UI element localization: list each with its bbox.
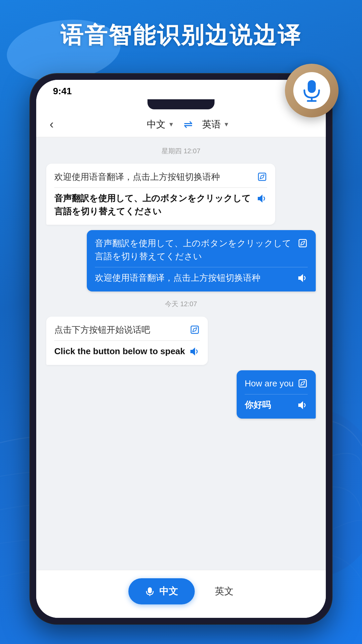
svg-marker-4 xyxy=(258,195,262,203)
svg-rect-5 xyxy=(299,239,306,247)
edit-icon-3[interactable] xyxy=(190,325,200,336)
speaker-icon-1[interactable] xyxy=(256,193,267,205)
mic-overlay-circle[interactable] xyxy=(285,64,339,117)
phone-screen: 9:41 ‹ 中文 ▼ xyxy=(36,80,326,618)
msg-row-3a: 点击下方按钮开始说话吧 xyxy=(54,323,200,336)
msg-1-translated: 音声翻訳を使用して、上のボタンをクリックして言語を切り替えてください xyxy=(54,192,252,218)
app-header: ‹ 中文 ▼ ⇌ 英语 ▼ xyxy=(36,112,326,137)
bottom-bar: 中文 英文 xyxy=(36,570,326,618)
target-language-text-button[interactable]: 英文 xyxy=(215,585,234,598)
message-bubble-2: 音声翻訳を使用して、上のボタンをクリックして言語を切り替えてください 欢迎使用语… xyxy=(87,230,316,291)
svg-marker-8 xyxy=(190,347,195,356)
msg-row-1a: 欢迎使用语音翻译，点击上方按钮切换语种 xyxy=(54,170,267,183)
target-language-label: 英语 xyxy=(202,118,221,131)
mic-icon-large xyxy=(302,79,322,102)
msg-2-translated: 欢迎使用语音翻译，点击上方按钮切换语种 xyxy=(95,271,260,284)
speaker-icon-2[interactable] xyxy=(297,273,308,285)
msg-row-4b: 你好吗 xyxy=(245,398,308,412)
status-bar: 9:41 xyxy=(36,80,326,99)
target-language-button[interactable]: 英语 ▼ xyxy=(202,118,230,131)
svg-rect-11 xyxy=(148,587,152,593)
speaker-icon-4[interactable] xyxy=(297,400,308,412)
svg-rect-3 xyxy=(258,173,266,180)
edit-icon-4[interactable] xyxy=(298,378,308,390)
timestamp-1: 星期四 12:07 xyxy=(46,147,316,156)
edit-icon-2[interactable] xyxy=(298,238,308,250)
msg-row-2a: 音声翻訳を使用して、上のボタンをクリックして言語を切り替えてください xyxy=(95,237,308,263)
svg-rect-0 xyxy=(308,80,316,93)
mic-button-label: 中文 xyxy=(159,585,178,598)
mic-button-icon xyxy=(145,587,155,596)
msg-row-4a: How are you xyxy=(245,377,308,390)
source-lang-dropdown-icon: ▼ xyxy=(168,121,174,128)
msg-3-original: 点击下方按钮开始说话吧 xyxy=(54,323,150,336)
svg-marker-10 xyxy=(298,401,303,409)
mic-record-button[interactable]: 中文 xyxy=(128,578,195,604)
notch xyxy=(147,99,215,109)
msg-3-translated: Click the button below to speak xyxy=(54,345,185,358)
msg-row-2b: 欢迎使用语音翻译，点击上方按钮切换语种 xyxy=(95,271,308,285)
source-language-label: 中文 xyxy=(147,118,166,131)
svg-marker-6 xyxy=(298,274,303,282)
target-lang-dropdown-icon: ▼ xyxy=(224,121,230,128)
mic-circle-inner xyxy=(293,72,330,109)
speaker-icon-3[interactable] xyxy=(189,346,200,358)
edit-icon-1[interactable] xyxy=(257,172,267,183)
swap-language-button[interactable]: ⇌ xyxy=(184,118,193,131)
msg-2-original: 音声翻訳を使用して、上のボタンをクリックして言語を切り替えてください xyxy=(95,237,294,263)
page-title: 语音智能识别边说边译 xyxy=(0,20,362,51)
notch-area xyxy=(36,99,326,112)
chat-area[interactable]: 星期四 12:07 欢迎使用语音翻译，点击上方按钮切换语种 xyxy=(36,137,326,570)
timestamp-2: 今天 12:07 xyxy=(46,300,316,309)
message-bubble-3: 点击下方按钮开始说话吧 Click the button below to sp… xyxy=(46,317,208,365)
svg-rect-7 xyxy=(191,326,198,333)
msg-1-original: 欢迎使用语音翻译，点击上方按钮切换语种 xyxy=(54,170,220,183)
status-time: 9:41 xyxy=(53,86,72,97)
msg-4-translated: 你好吗 xyxy=(245,398,271,412)
back-button[interactable]: ‹ xyxy=(50,117,54,131)
phone-wrapper: 9:41 ‹ 中文 ▼ xyxy=(30,74,332,624)
phone-frame: 9:41 ‹ 中文 ▼ xyxy=(30,74,332,624)
msg-4-original: How are you xyxy=(245,377,294,390)
message-bubble-1: 欢迎使用语音翻译，点击上方按钮切换语种 音声翻訳を使用して、上のボタンをクリック… xyxy=(46,164,275,225)
source-language-button[interactable]: 中文 ▼ xyxy=(147,118,174,131)
svg-rect-9 xyxy=(299,380,306,387)
msg-row-1b: 音声翻訳を使用して、上のボタンをクリックして言語を切り替えてください xyxy=(54,192,267,218)
msg-row-3b: Click the button below to speak xyxy=(54,345,200,358)
language-selector: 中文 ▼ ⇌ 英语 ▼ xyxy=(64,118,312,131)
message-bubble-4: How are you 你好吗 xyxy=(237,370,316,419)
